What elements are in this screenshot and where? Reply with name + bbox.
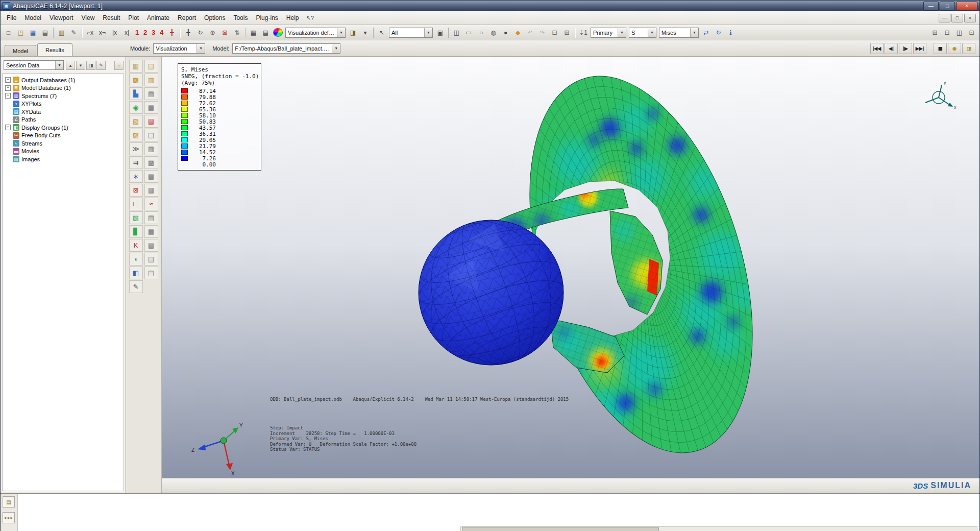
menu-viewport[interactable]: Viewport	[45, 12, 77, 25]
menu-animate[interactable]: Animate	[143, 12, 174, 25]
invariant-combo[interactable]: Mises▼	[659, 28, 699, 38]
viewport-close-button[interactable]: ×	[964, 14, 976, 22]
tb-material-orientation[interactable]: ▨	[129, 129, 143, 141]
chevron-down-icon[interactable]: ▼	[337, 28, 345, 37]
view-right-icon[interactable]: x|	[121, 27, 133, 38]
render-hiddenline-icon[interactable]: ◍	[487, 27, 499, 38]
tb-stream-plot[interactable]: ◧	[129, 267, 143, 279]
tb-history-options[interactable]: ▤	[144, 225, 158, 238]
create-viewport-icon[interactable]: ⊞	[929, 27, 941, 38]
tree-spinner-up-button[interactable]: ▴	[66, 61, 75, 70]
chevron-down-icon[interactable]: ▼	[690, 28, 698, 37]
tree-expander-icon[interactable]: +	[5, 125, 11, 130]
view-left-icon[interactable]: |x	[109, 27, 120, 38]
tree-item-xydata[interactable]: ▤XYData	[4, 108, 122, 116]
tree-item-output-databases-1[interactable]: +≣Output Databases (1)	[4, 76, 122, 84]
render-wireframe-icon[interactable]: ○	[475, 27, 487, 38]
tb-history-output[interactable]: ▊	[129, 225, 143, 238]
color-code-icon[interactable]: ◨	[347, 27, 359, 38]
tree-expander-icon[interactable]: +	[5, 93, 11, 99]
menu-plot[interactable]: Plot	[124, 12, 143, 25]
tb-path-curve[interactable]: ≈	[144, 198, 158, 210]
zoom-box-icon[interactable]: ⊠	[219, 27, 231, 38]
render-shaded-icon[interactable]: ●	[500, 27, 511, 38]
clipboard-icon[interactable]: ◫	[451, 27, 462, 38]
viewport-restore-button[interactable]: □	[951, 14, 963, 22]
view-cut-icon[interactable]: ⊟	[549, 27, 560, 38]
chevron-down-icon[interactable]: ▼	[197, 44, 205, 53]
tb-delete-result[interactable]: ⊠	[129, 184, 143, 197]
session-tools-icon[interactable]: ▥	[56, 27, 67, 38]
tree-item-spectrums-7[interactable]: +▥Spectrums (7)	[4, 92, 122, 100]
close-button[interactable]: ×	[956, 2, 977, 11]
menu-plug-ins[interactable]: Plug-ins	[252, 12, 282, 25]
drag-box-icon[interactable]: ▭	[463, 27, 475, 38]
color-code-arrow-icon[interactable]: ▾	[359, 27, 371, 38]
play-button[interactable]: |▶	[899, 43, 912, 54]
redo-icon[interactable]: ↷	[536, 27, 548, 38]
tree-item-xyplots[interactable]: ≈XYPlots	[4, 100, 122, 108]
tree-spinner-down-button[interactable]: ▾	[76, 61, 85, 70]
auto-fit-icon[interactable]: ⇅	[231, 27, 243, 38]
model-combo[interactable]: F:/Temp-Abaqus/Ball_plate_impact.odb ▼	[232, 43, 340, 54]
tb-xy-chart[interactable]: ▙	[129, 87, 143, 100]
tree-expander-icon[interactable]: +	[5, 77, 11, 83]
tb-symbol-plot[interactable]: ▧	[129, 115, 143, 128]
view-preset-3[interactable]: 3	[150, 29, 157, 36]
maximize-button[interactable]: □	[940, 2, 955, 11]
tb-query-probe[interactable]: ∗	[129, 170, 143, 183]
menu-help[interactable]: Help	[282, 12, 303, 25]
print-icon[interactable]: ▤	[39, 27, 51, 38]
minimize-button[interactable]: —	[923, 2, 939, 11]
sync-viewports-icon[interactable]: ⇄	[700, 27, 712, 38]
tb-spectrum-options[interactable]: ▤	[144, 253, 158, 266]
tab-model[interactable]: Model	[5, 45, 36, 56]
tb-path-plot[interactable]: ⊢	[129, 198, 143, 210]
probe-values-icon[interactable]: ◆	[512, 27, 524, 38]
field-position-combo[interactable]: Primary▼	[591, 28, 626, 38]
tree-item-streams[interactable]: ≈Streams	[4, 139, 122, 148]
viewport-minimize-button[interactable]: —	[939, 14, 950, 22]
tb-plot-undeformed[interactable]: ▩	[129, 74, 143, 86]
tb-animate-scale-factor[interactable]: ⇉	[129, 156, 143, 169]
field-info-icon[interactable]: ℹ	[725, 27, 737, 38]
refresh-odb-icon[interactable]: ↻	[713, 27, 724, 38]
message-log-button[interactable]: ▤	[3, 496, 15, 508]
save-file-icon[interactable]: ▦	[27, 27, 39, 38]
menu-result[interactable]: Result	[99, 12, 124, 25]
magnify-view-icon[interactable]: ⊕	[207, 27, 218, 38]
tb-report-options[interactable]: ▤	[144, 211, 158, 224]
last-frame-button[interactable]: ▶▶|	[913, 43, 926, 54]
menu-model[interactable]: Model	[20, 12, 45, 25]
kernel-cli-button[interactable]: >>>	[3, 512, 15, 523]
tb-contour-plot[interactable]: ◉	[129, 101, 143, 114]
image-capture-button[interactable]: ◨	[962, 43, 975, 54]
show-tooltips-button[interactable]: ☼	[114, 61, 124, 70]
menu-view[interactable]: View	[78, 12, 99, 25]
chevron-down-icon[interactable]: ▼	[618, 28, 626, 37]
tree-item-display-groups-1[interactable]: +◧Display Groups (1)	[4, 124, 122, 132]
tile-horizontally-icon[interactable]: ⊟	[941, 27, 953, 38]
first-frame-button[interactable]: |◀◀	[870, 43, 884, 54]
tree-expand-button[interactable]: ◨	[86, 61, 95, 70]
movie-camera-button[interactable]: ◉	[948, 43, 961, 54]
tb-limits-check[interactable]: K	[129, 239, 143, 252]
frame-list-icon[interactable]: ▤	[260, 27, 272, 38]
tb-stream-options[interactable]: ▤	[144, 267, 158, 279]
tree-item-free-body-cuts[interactable]: ✂Free Body Cuts	[4, 132, 122, 140]
menu-report[interactable]: Report	[174, 12, 200, 25]
view-preset-2[interactable]: 2	[141, 29, 149, 36]
module-combo[interactable]: Visualization ▼	[153, 43, 205, 54]
tab-results[interactable]: Results	[37, 43, 72, 56]
tb-contour-options[interactable]: ▤	[144, 101, 158, 114]
view-front-icon[interactable]: ⌐x	[84, 27, 96, 38]
display-defaults-combo[interactable]: Visualization defaults▼	[285, 28, 346, 38]
viewport[interactable]: xyYXZ S, Mises SNEG, (fraction = -1.0) (…	[162, 57, 979, 478]
tb-spectrum-manager[interactable]: ◖	[129, 253, 143, 266]
tb-symbol-options[interactable]: ▤	[144, 115, 158, 128]
tb-animate-harmonic[interactable]: ▩	[144, 156, 158, 169]
output-table-icon[interactable]: ▦	[248, 27, 259, 38]
menu-file[interactable]: File	[3, 12, 20, 25]
rotate-view-icon[interactable]: ↻	[194, 27, 206, 38]
tb-plot-fast-deformed[interactable]: ▤	[144, 60, 158, 73]
